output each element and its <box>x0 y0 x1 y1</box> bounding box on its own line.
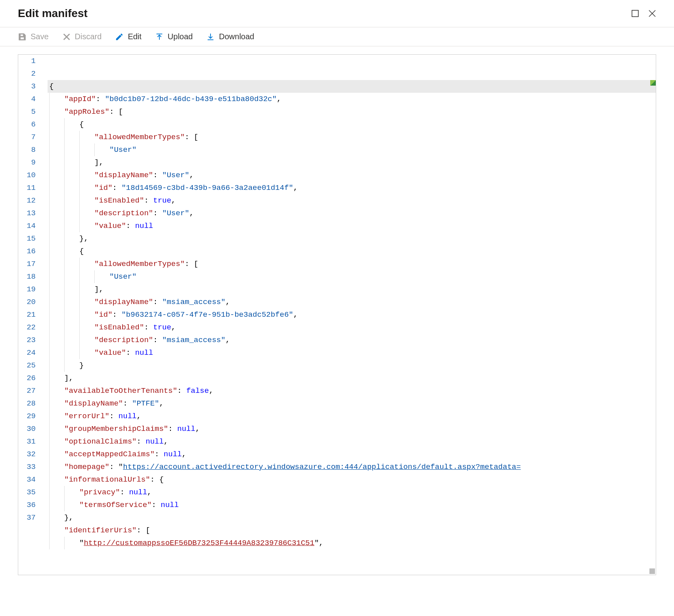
code-line[interactable]: }, <box>48 232 656 245</box>
close-button[interactable] <box>648 10 656 17</box>
code-content[interactable]: {"appId": "b0dc1b07-12bd-46dc-b439-e511b… <box>48 55 656 575</box>
code-line[interactable]: "appId": "b0dc1b07-12bd-46dc-b439-e511ba… <box>48 93 656 105</box>
code-editor[interactable]: 1234567891011121314151617181920212223242… <box>18 54 656 575</box>
token-punc: : <box>96 95 105 103</box>
code-line[interactable]: }, <box>48 511 656 524</box>
scroll-indicator[interactable] <box>649 568 655 574</box>
code-line[interactable]: { <box>48 245 656 258</box>
code-line[interactable]: { <box>48 80 656 93</box>
token-null: null <box>135 348 153 357</box>
download-label: Download <box>219 32 254 41</box>
download-icon <box>206 33 215 41</box>
token-punc: : <box>155 450 164 459</box>
line-number: 31 <box>18 435 36 448</box>
maximize-button[interactable] <box>632 10 639 17</box>
token-punc: : <box>153 209 162 218</box>
code-line[interactable]: ], <box>48 372 656 385</box>
token-bool: true <box>153 196 171 205</box>
upload-button[interactable]: Upload <box>155 32 193 41</box>
code-line[interactable]: "value": null <box>48 220 656 232</box>
token-punc: } <box>79 361 84 370</box>
code-line[interactable]: "identifierUris": [ <box>48 524 656 537</box>
token-key: "groupMembershipClaims" <box>64 425 168 433</box>
code-line[interactable]: "allowedMemberTypes": [ <box>48 131 656 143</box>
token-punc: : <box>144 323 153 332</box>
line-number: 11 <box>18 182 36 194</box>
toolbar: Save Discard Edit Upload Download <box>0 27 674 46</box>
line-number: 24 <box>18 346 36 359</box>
token-punc: : [ <box>185 260 198 268</box>
token-key: "identifierUris" <box>64 526 136 535</box>
code-line[interactable]: "optionalClaims": null, <box>48 435 656 448</box>
code-line[interactable]: "acceptMappedClaims": null, <box>48 448 656 461</box>
window-controls <box>632 10 656 17</box>
token-punc: : <box>153 298 162 306</box>
line-number: 37 <box>18 511 36 524</box>
code-line[interactable]: "description": "User", <box>48 207 656 220</box>
code-line[interactable]: "informationalUrls": { <box>48 473 656 486</box>
line-number: 21 <box>18 308 36 321</box>
line-number: 22 <box>18 321 36 334</box>
code-line[interactable]: { <box>48 118 656 131</box>
token-strlnk: http://customappssoEF56DB73253F44449A832… <box>84 539 314 547</box>
token-punc: : <box>153 171 162 180</box>
svg-rect-0 <box>632 10 638 17</box>
line-number: 26 <box>18 372 36 385</box>
token-punc: , <box>189 171 193 180</box>
code-line[interactable]: "privacy": null, <box>48 486 656 499</box>
line-number: 8 <box>18 143 36 156</box>
line-number: 6 <box>18 118 36 131</box>
token-punc: ], <box>94 285 103 294</box>
edit-button[interactable]: Edit <box>115 32 141 41</box>
code-line[interactable]: "value": null <box>48 346 656 359</box>
save-button[interactable]: Save <box>18 32 49 41</box>
code-line[interactable]: "availableToOtherTenants": false, <box>48 385 656 397</box>
code-line[interactable]: "http://customappssoEF56DB73253F44449A83… <box>48 537 656 549</box>
code-line[interactable]: } <box>48 359 656 372</box>
token-punc: : <box>123 399 132 408</box>
code-line[interactable]: "errorUrl": null, <box>48 410 656 423</box>
token-null: null <box>164 450 182 459</box>
code-line[interactable]: "appRoles": [ <box>48 105 656 118</box>
download-button[interactable]: Download <box>206 32 254 41</box>
token-punc: : <box>144 196 153 205</box>
code-line[interactable]: "id": "b9632174-c057-4f7e-951b-be3adc52b… <box>48 308 656 321</box>
line-number: 1 <box>18 55 36 67</box>
token-punc: : <box>113 310 122 319</box>
line-number: 12 <box>18 194 36 207</box>
token-bool: true <box>153 323 171 332</box>
code-line[interactable]: "isEnabled": true, <box>48 194 656 207</box>
token-null: null <box>135 222 153 230</box>
token-punc: , <box>226 336 230 344</box>
token-punc: : <box>177 386 186 395</box>
code-line[interactable]: "homepage": "https://account.activedirec… <box>48 461 656 473</box>
token-punc: , <box>182 450 186 459</box>
code-line[interactable]: "User" <box>48 270 656 283</box>
code-line[interactable]: "description": "msiam_access", <box>48 334 656 346</box>
code-line[interactable]: "allowedMemberTypes": [ <box>48 258 656 270</box>
token-str: "b9632174-c057-4f7e-951b-be3adc52bfe6" <box>121 310 293 319</box>
code-line[interactable]: "termsOfService": null <box>48 499 656 511</box>
line-number: 32 <box>18 448 36 461</box>
code-line[interactable]: ], <box>48 156 656 169</box>
token-key: "termsOfService" <box>79 501 151 509</box>
code-line[interactable]: "id": "18d14569-c3bd-439b-9a66-3a2aee01d… <box>48 182 656 194</box>
code-line[interactable]: "isEnabled": true, <box>48 321 656 334</box>
token-punc: : <box>120 488 129 497</box>
token-key: "isEnabled" <box>94 323 144 332</box>
token-key: "optionalClaims" <box>64 437 136 446</box>
code-line[interactable]: "User" <box>48 143 656 156</box>
code-line[interactable]: "displayName": "PTFE", <box>48 397 656 410</box>
token-punc: : { <box>150 475 164 484</box>
maximize-icon <box>632 10 639 17</box>
line-number: 17 <box>18 258 36 270</box>
code-line[interactable]: ], <box>48 283 656 296</box>
code-line[interactable]: "displayName": "User", <box>48 169 656 182</box>
discard-button[interactable]: Discard <box>62 32 102 41</box>
edit-icon <box>115 33 124 41</box>
token-punc: , <box>164 437 168 446</box>
code-line[interactable]: "groupMembershipClaims": null, <box>48 423 656 435</box>
code-line[interactable]: "displayName": "msiam_access", <box>48 296 656 308</box>
token-punc: : [ <box>185 133 198 142</box>
token-punc: , <box>189 209 193 218</box>
